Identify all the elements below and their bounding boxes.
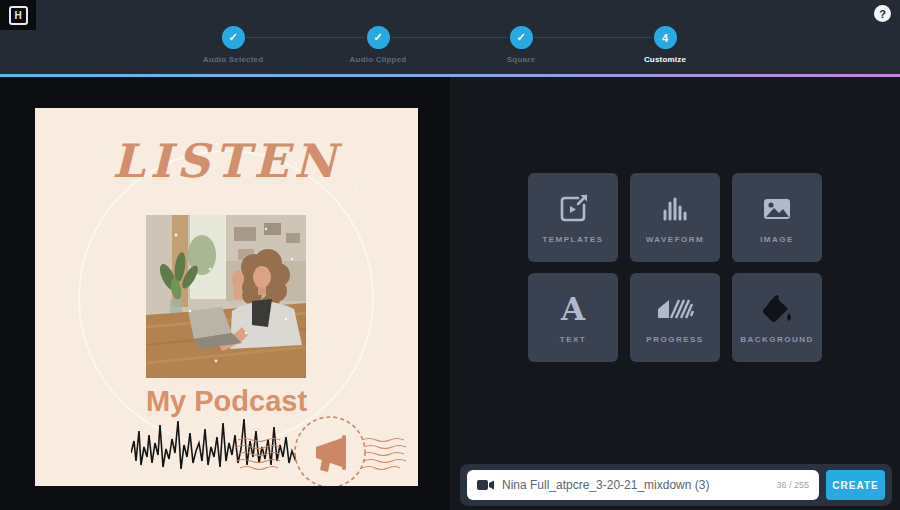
video-preview-canvas[interactable]: LISTEN bbox=[35, 108, 418, 486]
megaphone-stamp-icon bbox=[230, 414, 415, 486]
background-button[interactable]: BACKGROUND bbox=[732, 273, 822, 362]
waveform-button[interactable]: WAVEFORM bbox=[630, 173, 720, 262]
project-title-field[interactable]: 36 / 255 bbox=[467, 470, 819, 500]
step-4-circle[interactable]: 4 bbox=[654, 26, 677, 49]
step-2-circle[interactable]: ✓ bbox=[367, 26, 390, 49]
text-label: TEXT bbox=[560, 335, 586, 344]
image-icon bbox=[760, 192, 794, 226]
text-button[interactable]: A TEXT bbox=[528, 273, 618, 362]
text-icon: A bbox=[561, 292, 585, 326]
video-camera-icon bbox=[477, 479, 494, 491]
progress-icon bbox=[656, 292, 694, 326]
background-label: BACKGROUND bbox=[740, 335, 814, 344]
progress-label: PROGRESS bbox=[646, 335, 703, 344]
templates-label: TEMPLATES bbox=[542, 235, 603, 244]
help-icon[interactable]: ? bbox=[874, 5, 891, 22]
step-audio-clipped: ✓ Audio Clipped bbox=[318, 26, 438, 64]
templates-icon bbox=[556, 192, 590, 226]
step-square: ✓ Square bbox=[461, 26, 581, 64]
customize-tools-grid: TEMPLATES WAVEFORM IMAGE bbox=[528, 173, 822, 362]
headliner-logo-icon: H bbox=[9, 6, 28, 25]
char-counter: 36 / 255 bbox=[776, 480, 809, 490]
step-audio-selected: ✓ Audio Selected bbox=[173, 26, 293, 64]
progress-button[interactable]: PROGRESS bbox=[630, 273, 720, 362]
step-1-circle[interactable]: ✓ bbox=[222, 26, 245, 49]
step-3-label: Square bbox=[461, 55, 581, 64]
waveform-icon bbox=[658, 192, 692, 226]
image-button[interactable]: IMAGE bbox=[732, 173, 822, 262]
top-header: H ✓ Audio Selected ✓ Audio Clipped ✓ Squ… bbox=[0, 0, 900, 74]
preview-stamp-logo[interactable] bbox=[230, 414, 415, 486]
create-button[interactable]: CREATE bbox=[826, 470, 885, 500]
preview-photo[interactable] bbox=[146, 215, 306, 378]
step-1-label: Audio Selected bbox=[173, 55, 293, 64]
photo-illustration bbox=[146, 215, 306, 378]
step-2-label: Audio Clipped bbox=[318, 55, 438, 64]
export-bar: 36 / 255 CREATE bbox=[460, 464, 892, 506]
image-label: IMAGE bbox=[760, 235, 794, 244]
step-customize: 4 Customize bbox=[605, 26, 725, 64]
step-4-label: Customize bbox=[605, 55, 725, 64]
project-title-input[interactable] bbox=[502, 478, 768, 492]
background-icon bbox=[760, 292, 794, 326]
templates-button[interactable]: TEMPLATES bbox=[528, 173, 618, 262]
app-logo[interactable]: H bbox=[0, 0, 36, 30]
preview-title-text[interactable]: LISTEN bbox=[35, 134, 418, 188]
waveform-label: WAVEFORM bbox=[646, 235, 705, 244]
step-3-circle[interactable]: ✓ bbox=[510, 26, 533, 49]
